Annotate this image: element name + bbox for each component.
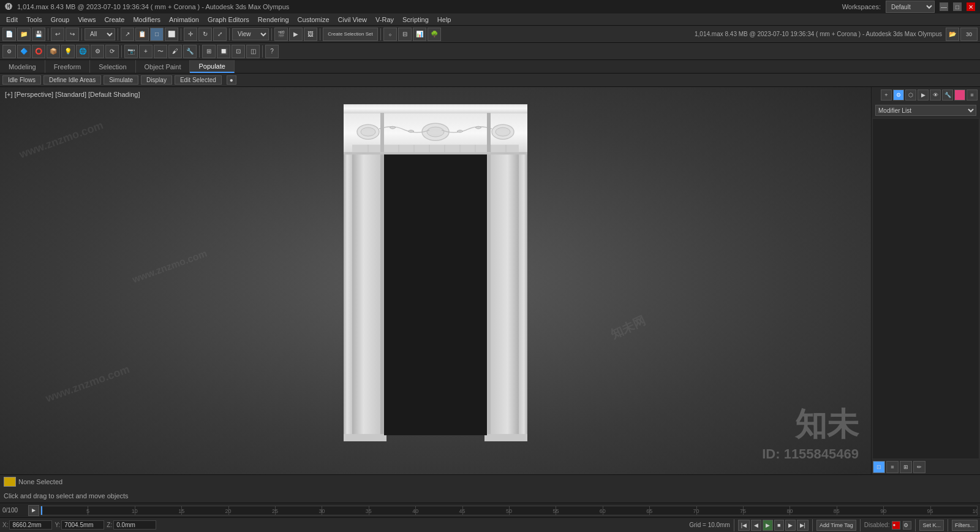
- layer-manager-button[interactable]: 📊: [413, 28, 426, 41]
- rp-display-btn[interactable]: 👁: [930, 89, 941, 101]
- disabled-indicator[interactable]: ●: [892, 521, 900, 530]
- timeline-track[interactable]: 0 5 10 15 20 25 30 35 40 45 50 55 60 65 …: [40, 506, 978, 515]
- menu-create[interactable]: Create: [100, 15, 128, 25]
- select-move-button[interactable]: ✛: [184, 28, 197, 41]
- align-button[interactable]: ⊟: [398, 28, 412, 41]
- restore-button[interactable]: □: [953, 2, 962, 11]
- timeline-expand-btn[interactable]: ▶: [28, 505, 39, 516]
- rp-tab-4[interactable]: ✏: [913, 461, 925, 473]
- rp-tab-3[interactable]: ⊞: [900, 461, 912, 473]
- playhead[interactable]: [41, 506, 42, 515]
- display-btn[interactable]: Display: [141, 75, 172, 85]
- open-button[interactable]: 📁: [17, 28, 31, 41]
- status-color-box[interactable]: [4, 477, 16, 487]
- tb2-btn3[interactable]: ⭕: [32, 45, 45, 58]
- tb2-tools-btn[interactable]: 🔧: [183, 45, 197, 58]
- tb2-btn6[interactable]: 🌐: [76, 45, 89, 58]
- render-frame-button[interactable]: 🖼: [304, 28, 317, 41]
- edit-selected-btn[interactable]: Edit Selected: [175, 75, 222, 85]
- menu-scripting[interactable]: Scripting: [399, 15, 432, 25]
- rp-motion-btn[interactable]: ▶: [918, 89, 929, 101]
- tb2-snap-btn[interactable]: 🔲: [217, 45, 230, 58]
- select-rotate-button[interactable]: ↻: [198, 28, 212, 41]
- tb2-btn4[interactable]: 📦: [47, 45, 60, 58]
- tb2-snap3-btn[interactable]: ◫: [246, 45, 260, 58]
- tb2-grid-btn[interactable]: ⊞: [202, 45, 216, 58]
- new-button[interactable]: 📄: [2, 28, 16, 41]
- y-value-input[interactable]: [61, 520, 104, 530]
- scene-explorer-button[interactable]: 🌳: [428, 28, 441, 41]
- set-key-btn[interactable]: Set K...: [919, 520, 944, 531]
- menu-modifiers[interactable]: Modifiers: [129, 15, 164, 25]
- menu-help[interactable]: Help: [434, 15, 455, 25]
- settings-btn[interactable]: ⚙: [903, 521, 911, 530]
- define-idle-areas-btn[interactable]: Define Idle Areas: [43, 75, 101, 85]
- render-setup-button[interactable]: 🎬: [274, 28, 288, 41]
- rp-create-btn[interactable]: +: [881, 89, 892, 101]
- workspace-dropdown[interactable]: Default: [886, 1, 935, 13]
- modifier-list-dropdown[interactable]: Modifier List: [875, 105, 976, 116]
- x-value-input[interactable]: [9, 520, 52, 530]
- menu-vray[interactable]: V-Ray: [372, 15, 398, 25]
- undo-button[interactable]: ↩: [51, 28, 64, 41]
- add-time-tag-btn[interactable]: Add Time Tag: [816, 520, 856, 531]
- create-selection-set-button[interactable]: Create Selection Set: [323, 28, 378, 41]
- rectangular-select-button[interactable]: □: [150, 28, 164, 41]
- tb2-btn1[interactable]: ⚙: [2, 45, 16, 58]
- menu-civil-view[interactable]: Civil View: [334, 15, 371, 25]
- tab-freeform[interactable]: Freeform: [45, 60, 91, 73]
- populate-extra-btn[interactable]: ●: [227, 75, 236, 85]
- folder-open-button[interactable]: 📂: [946, 28, 959, 41]
- rp-utilities-btn[interactable]: 🔧: [942, 89, 953, 101]
- frame-30-button[interactable]: 30: [960, 28, 978, 41]
- tb2-btn2[interactable]: 🔷: [17, 45, 31, 58]
- z-value-input[interactable]: [113, 520, 156, 530]
- stop-btn[interactable]: ■: [774, 520, 783, 531]
- select-object-button[interactable]: ↗: [121, 28, 134, 41]
- rp-tab-2[interactable]: ≡: [886, 461, 899, 473]
- rp-extra-btn[interactable]: ≡: [967, 89, 978, 101]
- filter-dropdown[interactable]: All: [85, 28, 115, 40]
- render-button[interactable]: ▶: [289, 28, 303, 41]
- tab-selection[interactable]: Selection: [90, 60, 135, 73]
- next-frame-btn[interactable]: ▶: [785, 520, 796, 531]
- rp-tab-1[interactable]: ⊡: [873, 461, 885, 473]
- tb2-helper-btn[interactable]: +: [139, 45, 153, 58]
- menu-graph-editors[interactable]: Graph Editors: [204, 15, 253, 25]
- reference-coord-dropdown[interactable]: View: [232, 28, 269, 40]
- menu-tools[interactable]: Tools: [23, 15, 46, 25]
- tb2-spacewarp-btn[interactable]: 〜: [154, 45, 167, 58]
- window-crossing-button[interactable]: ⬜: [165, 28, 178, 41]
- mirror-button[interactable]: ⬦: [383, 28, 397, 41]
- tb2-snap2-btn[interactable]: ⊡: [232, 45, 245, 58]
- tb2-camera-btn[interactable]: 📷: [124, 45, 138, 58]
- rp-hierarchy-btn[interactable]: ⬡: [905, 89, 916, 101]
- play-btn[interactable]: ▶: [763, 520, 773, 531]
- filters-btn[interactable]: Filters...: [952, 520, 978, 531]
- close-button[interactable]: ✕: [967, 2, 975, 11]
- menu-customize[interactable]: Customize: [294, 15, 333, 25]
- tb2-btn5[interactable]: 💡: [61, 45, 75, 58]
- tb2-btn8[interactable]: ⟳: [105, 45, 119, 58]
- simulate-btn[interactable]: Simulate: [104, 75, 138, 85]
- prev-frame-btn[interactable]: ◀: [751, 520, 761, 531]
- title-bar-controls[interactable]: Workspaces: Default — □ ✕: [842, 1, 975, 13]
- tb2-btn7[interactable]: ⚙: [91, 45, 104, 58]
- save-button[interactable]: 💾: [32, 28, 45, 41]
- viewport[interactable]: [+] [Perspective] [Standard] [Default Sh…: [0, 87, 871, 474]
- menu-edit[interactable]: Edit: [2, 15, 21, 25]
- select-scale-button[interactable]: ⤢: [213, 28, 227, 41]
- menu-rendering[interactable]: Rendering: [254, 15, 293, 25]
- redo-button[interactable]: ↪: [66, 28, 79, 41]
- menu-group[interactable]: Group: [47, 15, 74, 25]
- tb2-question-btn[interactable]: ?: [265, 45, 279, 58]
- menu-animation[interactable]: Animation: [165, 15, 203, 25]
- menu-views[interactable]: Views: [74, 15, 99, 25]
- color-swatch[interactable]: [954, 89, 965, 101]
- tab-modeling[interactable]: Modeling: [0, 60, 45, 73]
- go-to-start-btn[interactable]: |◀: [738, 520, 750, 531]
- idle-flows-btn[interactable]: Idle Flows: [2, 75, 41, 85]
- select-by-name-button[interactable]: 📋: [135, 28, 149, 41]
- go-to-end-btn[interactable]: ▶|: [797, 520, 809, 531]
- tab-populate[interactable]: Populate: [190, 60, 234, 73]
